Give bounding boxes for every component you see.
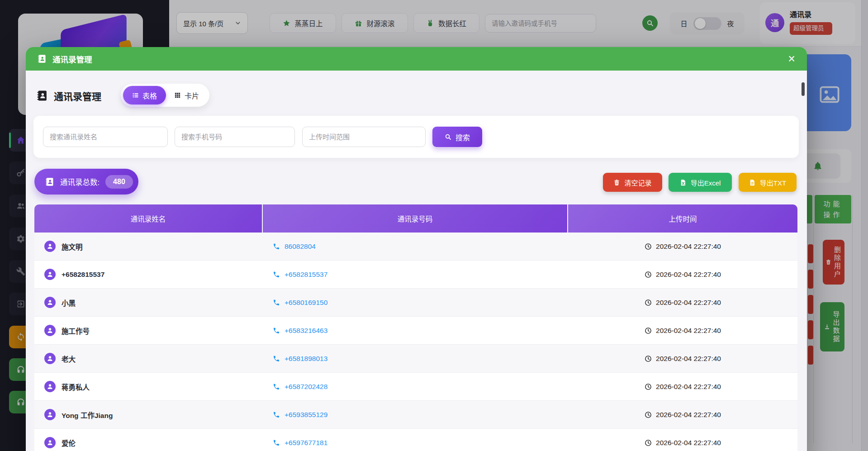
excel-file-icon [680, 179, 687, 186]
address-book-icon [45, 177, 54, 186]
column-header-time: 上传时间 [568, 204, 797, 233]
list-icon [132, 92, 139, 99]
section-title-row: 通讯录管理 [37, 84, 101, 107]
modal-header: 通讯录管理 × [26, 47, 807, 71]
contacts-total-count: 480 [105, 175, 133, 189]
search-icon [445, 133, 451, 140]
contacts-total-label: 通讯录总数: [60, 176, 100, 187]
clock-icon [645, 439, 652, 446]
contact-name: 蒋勇私人 [62, 382, 90, 392]
contact-phone-link[interactable]: +6582815537 [285, 271, 327, 279]
upload-time: 2026-02-04 22:27:40 [656, 439, 721, 447]
contact-phone-link[interactable]: +6593855129 [285, 411, 327, 419]
phone-icon [273, 411, 280, 418]
table-row: +6582815537 +6582815537 2026-02-04 22:27… [34, 261, 797, 289]
table-row: Yong 工作Jiang +6593855129 2026-02-04 22:2… [34, 401, 797, 429]
clear-records-label: 清空记录 [624, 178, 651, 187]
txt-file-icon [749, 179, 756, 186]
contacts-modal: 通讯录管理 × 通讯录管理 表格 卡片 搜索 [26, 47, 807, 451]
contact-avatar-icon [44, 437, 56, 448]
contact-name: Yong 工作Jiang [62, 410, 113, 420]
address-book-icon [38, 54, 47, 63]
contact-avatar-icon [44, 297, 56, 308]
column-header-phone: 通讯录号码 [263, 204, 568, 233]
search-name-input[interactable] [43, 127, 168, 147]
contact-name: 小黑 [62, 298, 76, 308]
tab-card-view[interactable]: 卡片 [166, 86, 207, 104]
upload-time: 2026-02-04 22:27:40 [656, 299, 721, 307]
contact-phone-link[interactable]: 86082804 [285, 242, 316, 251]
table-row: 小黑 +6580169150 2026-02-04 22:27:40 [34, 289, 797, 317]
tab-table-view[interactable]: 表格 [123, 86, 166, 104]
app-root: 显示 10 条/页 蒸蒸日上 财源滚滚 数据长红 日 夜 通 [0, 0, 868, 451]
modal-scrollbar[interactable] [802, 82, 805, 96]
tab-label: 卡片 [185, 90, 199, 101]
upload-time: 2026-02-04 22:27:40 [656, 411, 721, 419]
section-title: 通讯录管理 [54, 89, 101, 103]
view-tabs: 表格 卡片 [121, 84, 209, 107]
table-body: 施文明 86082804 2026-02-04 22:27:40 +658281… [34, 233, 797, 451]
contact-avatar-icon [44, 353, 56, 364]
upload-time: 2026-02-04 22:27:40 [656, 327, 721, 335]
contact-phone-link[interactable]: +6581898013 [285, 355, 327, 363]
export-excel-label: 导出Excel [691, 178, 721, 187]
table-row: 爱伦 +6597677181 2026-02-04 22:27:40 [34, 429, 797, 451]
contact-name: 施文明 [62, 242, 83, 252]
search-button[interactable]: 搜索 [432, 127, 482, 147]
search-phone-input[interactable] [175, 127, 295, 147]
contact-name: 老大 [62, 354, 76, 364]
phone-icon [273, 327, 280, 334]
clock-icon [645, 411, 652, 418]
clock-icon [645, 243, 652, 250]
table-row: 施文明 86082804 2026-02-04 22:27:40 [34, 233, 797, 261]
contact-avatar-icon [44, 381, 56, 392]
export-txt-label: 导出TXT [760, 178, 786, 187]
contact-phone-link[interactable]: +6587202428 [285, 383, 327, 391]
search-date-range-input[interactable] [302, 127, 426, 147]
table-row: 蒋勇私人 +6587202428 2026-02-04 22:27:40 [34, 373, 797, 401]
contact-name: 爱伦 [62, 438, 76, 448]
clock-icon [645, 271, 652, 278]
upload-time: 2026-02-04 22:27:40 [656, 271, 721, 279]
clock-icon [645, 383, 652, 390]
phone-icon [273, 439, 280, 446]
phone-icon [273, 299, 280, 306]
clock-icon [645, 327, 652, 334]
contacts-total-pill: 通讯录总数: 480 [34, 169, 138, 195]
contact-avatar-icon [44, 269, 56, 280]
upload-time: 2026-02-04 22:27:40 [656, 383, 721, 391]
clear-records-button[interactable]: 清空记录 [603, 173, 662, 192]
column-header-name: 通讯录姓名 [34, 204, 263, 233]
table-row: 施工作号 +6583216463 2026-02-04 22:27:40 [34, 317, 797, 345]
contact-name: 施工作号 [62, 326, 90, 336]
close-icon[interactable]: × [788, 53, 795, 65]
contact-avatar-icon [44, 325, 56, 336]
contacts-table: 通讯录姓名 通讯录号码 上传时间 施文明 86082804 2026-02-04… [34, 204, 797, 451]
contact-avatar-icon [44, 409, 56, 420]
table-row: 老大 +6581898013 2026-02-04 22:27:40 [34, 345, 797, 373]
phone-icon [273, 271, 280, 278]
contact-avatar-icon [44, 241, 56, 252]
search-panel: 搜索 [33, 116, 799, 158]
contact-phone-link[interactable]: +6583216463 [285, 327, 327, 335]
contact-phone-link[interactable]: +6597677181 [285, 439, 327, 447]
phone-icon [273, 243, 280, 250]
trash-icon [613, 179, 620, 186]
contact-name: +6582815537 [62, 271, 104, 279]
phone-icon [273, 355, 280, 362]
address-book-icon [37, 90, 48, 101]
phone-icon [273, 383, 280, 390]
export-txt-button[interactable]: 导出TXT [739, 173, 797, 192]
modal-title: 通讯录管理 [52, 53, 92, 65]
grid-icon [174, 92, 181, 99]
upload-time: 2026-02-04 22:27:40 [656, 355, 721, 363]
search-button-label: 搜索 [455, 132, 470, 142]
clock-icon [645, 299, 652, 306]
tab-label: 表格 [142, 90, 157, 101]
clock-icon [645, 355, 652, 362]
upload-time: 2026-02-04 22:27:40 [656, 242, 721, 251]
contact-phone-link[interactable]: +6580169150 [285, 299, 327, 307]
export-excel-button[interactable]: 导出Excel [669, 173, 732, 192]
table-header: 通讯录姓名 通讯录号码 上传时间 [34, 204, 797, 233]
